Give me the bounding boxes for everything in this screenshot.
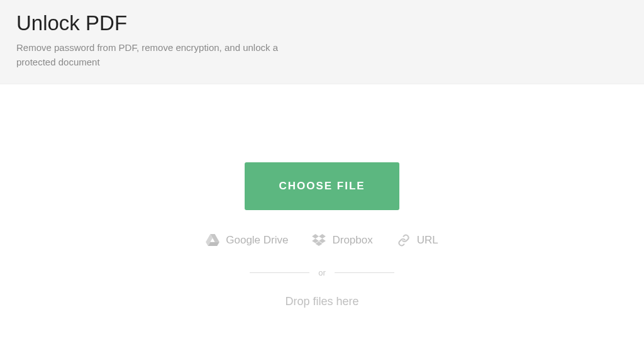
- file-sources: Google Drive Dropbox URL: [206, 234, 438, 247]
- separator: or: [250, 268, 394, 277]
- source-label: URL: [417, 234, 438, 247]
- drop-zone-label[interactable]: Drop files here: [285, 295, 358, 308]
- source-label: Google Drive: [226, 234, 288, 247]
- link-icon: [397, 234, 411, 247]
- choose-file-button[interactable]: CHOOSE FILE: [245, 162, 399, 210]
- main: CHOOSE FILE Google Drive: [0, 84, 644, 308]
- dropbox-icon: [312, 234, 326, 247]
- page-subtitle: Remove password from PDF, remove encrypt…: [16, 40, 318, 70]
- google-drive-icon: [206, 234, 219, 246]
- page-title: Unlock PDF: [16, 11, 628, 35]
- separator-line: [250, 272, 309, 273]
- source-dropbox[interactable]: Dropbox: [312, 234, 372, 247]
- separator-label: or: [318, 268, 326, 277]
- separator-line: [335, 272, 394, 273]
- source-url[interactable]: URL: [397, 234, 438, 247]
- header: Unlock PDF Remove password from PDF, rem…: [0, 0, 644, 84]
- source-label: Dropbox: [332, 234, 372, 247]
- source-google-drive[interactable]: Google Drive: [206, 234, 288, 247]
